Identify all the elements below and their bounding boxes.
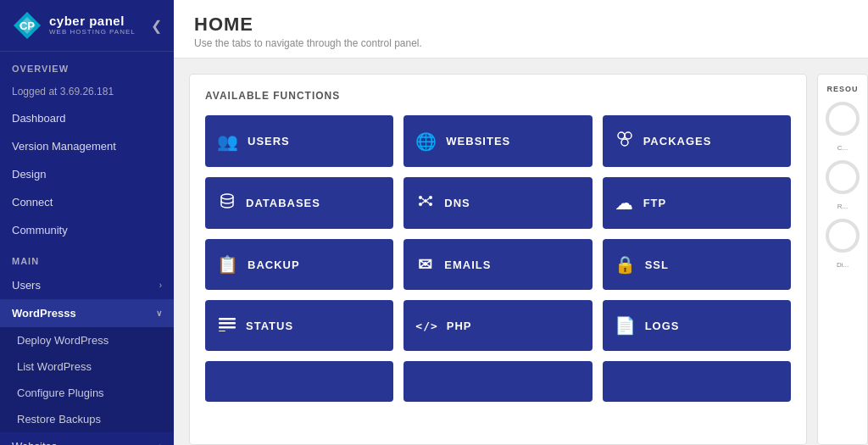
func-dns-button[interactable]: DNS [403,177,592,229]
func-databases-button[interactable]: DATABASES [205,177,393,229]
emails-icon: ✉ [415,254,436,275]
sidebar-item-wordpresss-label: WordPresss [12,307,76,320]
svg-point-11 [429,203,432,206]
ram-label: R... [825,203,860,210]
content-area: AVAILABLE FUNCTIONS 👥 USERS 🌐 WEBSITES P… [174,58,868,445]
chevron-right-icon: › [159,281,162,290]
func-emails-label: EMAILS [444,259,491,271]
sidebar-item-websites-label: Websites [12,440,57,445]
func-ssl-label: SSL [645,259,669,271]
func-databases-label: DATABASES [246,197,320,209]
ssl-icon: 🔒 [615,254,637,275]
svg-point-7 [424,199,427,203]
topbar: HOME Use the tabs to navigate through th… [174,0,868,58]
func-logs-button[interactable]: 📄 LOGS [603,300,791,351]
page-subtitle: Use the tabs to navigate through the con… [194,37,848,49]
sidebar-item-wordpresss[interactable]: WordPresss ∨ [0,299,174,327]
disk-label: Di... [825,261,860,269]
brand-sub: WEB HOSTING PANEL [49,29,136,36]
func-packages-label: PACKAGES [643,135,712,147]
svg-point-4 [625,132,632,139]
func-status-label: STATUS [246,320,293,332]
func-ftp-label: FTP [643,197,667,209]
func-dns-label: DNS [444,197,470,209]
resources-title: RESOU [825,85,860,93]
sidebar-item-design[interactable]: Design [0,160,174,188]
svg-line-12 [422,198,424,200]
sidebar-item-users-label: Users [12,279,41,292]
main-section-title: MAIN [0,244,174,271]
svg-rect-17 [219,322,236,325]
brand-name: cyber panel [49,14,136,29]
dns-icon [415,192,436,214]
func-backup-label: BACKUP [248,259,300,271]
logo-area: CP cyber panel WEB HOSTING PANEL [12,10,136,41]
sidebar-item-community[interactable]: Community [0,216,174,244]
sidebar-item-version-management[interactable]: Version Management [0,132,174,160]
svg-rect-19 [219,331,225,331]
svg-point-6 [221,194,233,199]
sidebar-item-deploy-wordpress[interactable]: Deploy WordPress [0,327,174,353]
main-content: HOME Use the tabs to navigate through th… [174,0,868,445]
sidebar-item-list-wordpress[interactable]: List WordPress [0,353,174,380]
sidebar-item-connect[interactable]: Connect [0,188,174,216]
func-users-button[interactable]: 👥 USERS [205,115,393,167]
func-ssl-button[interactable]: 🔒 SSL [603,239,791,290]
resources-panel: RESOU C... R... Di... [817,74,868,445]
func-ftp-button[interactable]: ☁ FTP [603,177,791,229]
func-more1-button[interactable] [205,361,393,402]
func-status-button[interactable]: STATUS [205,300,393,351]
chevron-down-icon: ∨ [156,309,162,318]
databases-icon [217,192,237,214]
websites-icon: 🌐 [415,131,437,152]
logo-icon: CP [12,10,42,41]
functions-panel-title: AVAILABLE FUNCTIONS [205,90,791,102]
svg-point-10 [419,203,422,206]
svg-point-3 [618,132,625,139]
svg-point-5 [621,139,628,146]
func-backup-button[interactable]: 📋 BACKUP [205,239,393,290]
sidebar-item-websites[interactable]: Websites › [0,432,174,445]
func-users-label: USERS [248,135,290,147]
chevron-right-icon-2: › [159,442,162,445]
svg-line-15 [427,202,429,203]
func-php-button[interactable]: </> PHP [403,300,592,351]
svg-line-14 [422,202,424,203]
svg-rect-16 [219,318,236,320]
sidebar-header: CP cyber panel WEB HOSTING PANEL ❮ [0,0,174,52]
cpu-label: C... [825,144,860,152]
users-icon: 👥 [217,131,239,152]
func-emails-button[interactable]: ✉ EMAILS [403,239,592,290]
sidebar-item-users[interactable]: Users › [0,271,174,299]
svg-line-13 [427,198,429,200]
svg-point-8 [419,196,422,199]
sidebar-toggle-button[interactable]: ❮ [151,18,162,34]
cpu-circle [826,102,860,136]
func-websites-button[interactable]: 🌐 WEBSITES [403,115,592,167]
svg-point-9 [429,196,432,199]
func-more2-button[interactable] [403,361,592,402]
packages-icon [615,131,635,152]
func-packages-button[interactable]: PACKAGES [603,115,791,167]
sidebar-item-logged-at: Logged at 3.69.26.181 [0,79,174,104]
sidebar-item-dashboard[interactable]: Dashboard [0,104,174,132]
func-websites-label: WEBSITES [446,135,510,147]
page-title: HOME [194,14,848,36]
svg-text:CP: CP [19,19,35,32]
php-icon: </> [415,320,437,332]
overview-section-title: OVERVIEW [0,52,174,79]
func-php-label: PHP [447,320,472,332]
status-icon [217,316,237,336]
sidebar-item-restore-backups[interactable]: Restore Backups [0,406,174,432]
svg-rect-18 [219,326,236,329]
sidebar: CP cyber panel WEB HOSTING PANEL ❮ OVERV… [0,0,174,445]
disk-circle [826,219,860,253]
func-more3-button[interactable] [603,361,791,402]
ftp-icon: ☁ [615,193,635,214]
logo-text: cyber panel WEB HOSTING PANEL [49,14,136,36]
sidebar-item-configure-plugins[interactable]: Configure Plugins [0,380,174,406]
ram-circle [826,160,860,194]
backup-icon: 📋 [217,254,239,275]
logs-icon: 📄 [615,315,637,336]
functions-panel: AVAILABLE FUNCTIONS 👥 USERS 🌐 WEBSITES P… [189,74,807,445]
